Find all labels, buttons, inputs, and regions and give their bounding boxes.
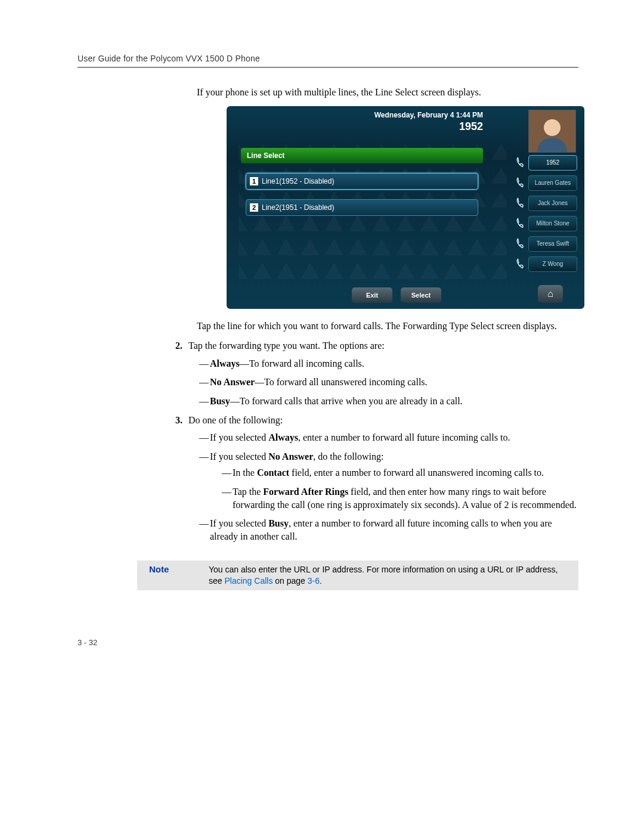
line-number-badge: 2 <box>250 203 258 212</box>
speed-dial-label: 1952 <box>546 159 559 166</box>
speed-dial-z-wong[interactable]: Z Wong <box>528 256 577 272</box>
home-button[interactable]: ⌂ <box>538 285 563 303</box>
exit-button[interactable]: Exit <box>352 287 392 303</box>
line-item-label: Line1(1952 - Disabled) <box>262 177 334 185</box>
step-3-options: If you selected Always, enter a number t… <box>188 431 578 543</box>
text-a: Tap the <box>233 487 263 497</box>
extension-label: 1952 <box>459 120 483 133</box>
step-2: Tap the forwarding type you want. The op… <box>185 339 578 407</box>
line-item-1[interactable]: 1 Line1(1952 - Disabled) <box>246 173 478 190</box>
option-always: Always—To forward all incoming calls. <box>199 357 578 370</box>
text-a: If you selected <box>210 432 268 442</box>
text-bold: Busy <box>268 518 289 528</box>
select-button[interactable]: Select <box>401 287 441 303</box>
handset-icon <box>515 197 526 208</box>
note-block: Note You can also enter the URL or IP ad… <box>137 561 578 590</box>
speed-dial-label: Jack Jones <box>538 200 568 206</box>
handset-icon <box>515 258 526 269</box>
text-a: In the <box>233 467 257 478</box>
phone-screenshot: Wednesday, February 4 1:44 PM 1952 Line … <box>227 106 584 309</box>
text-bold: No Answer <box>268 451 313 462</box>
no-answer-substeps: In the Contact field, enter a number to … <box>210 466 578 511</box>
option-no-answer: No Answer—To forward all unanswered inco… <box>199 376 578 389</box>
speed-dial-jack-jones[interactable]: Jack Jones <box>528 196 577 211</box>
note-label: Note <box>137 564 209 574</box>
note-part-b: on page <box>273 576 307 586</box>
line-item-label: Line2(1951 - Disabled) <box>262 203 334 212</box>
step-lead: Tap the forwarding type you want. The op… <box>188 340 385 351</box>
branch-busy: If you selected Busy, enter a number to … <box>199 517 578 543</box>
text-c: , enter a number to forward all future i… <box>298 432 510 442</box>
screen-title-bar: Line Select <box>241 148 483 163</box>
header-rule <box>78 67 578 68</box>
intro-paragraph: If your phone is set up with multiple li… <box>197 86 578 99</box>
page-number: 3 - 32 <box>78 638 578 647</box>
speed-dial-label: Teresa Swift <box>537 240 569 247</box>
datetime-label: Wednesday, February 4 1:44 PM <box>374 111 483 119</box>
page-ref-link[interactable]: 3-6 <box>308 576 320 586</box>
text-a: If you selected <box>210 518 268 528</box>
option-bold: No Answer <box>210 377 255 387</box>
option-busy: Busy—To forward calls that arrive when y… <box>199 395 578 408</box>
handset-icon <box>515 177 526 188</box>
substep-contact: In the Contact field, enter a number to … <box>222 466 578 479</box>
speed-dial-label: Milton Stone <box>536 220 569 227</box>
step-lead: Do one of the following: <box>188 415 283 425</box>
branch-always: If you selected Always, enter a number t… <box>199 431 578 444</box>
screen-title-text: Line Select <box>247 151 284 160</box>
button-label: Select <box>411 292 431 299</box>
note-part-c: . <box>320 576 322 586</box>
avatar-photo <box>528 110 576 153</box>
page-header: User Guide for the Polycom VVX 1500 D Ph… <box>78 54 578 63</box>
speed-dial-label: Z Wong <box>543 261 564 267</box>
step-2-options: Always—To forward all incoming calls. No… <box>188 357 578 408</box>
option-text: —To forward all unanswered incoming call… <box>255 377 427 387</box>
note-text: You can also enter the URL or IP address… <box>209 564 578 587</box>
step-3: Do one of the following: If you selected… <box>185 414 578 543</box>
after-screenshot-paragraph: Tap the line for which you want to forwa… <box>197 320 578 333</box>
line-number-badge: 1 <box>250 177 258 185</box>
text-c: , do the following: <box>313 451 383 462</box>
option-text: —To forward all incoming calls. <box>240 358 364 368</box>
branch-no-answer: If you selected No Answer, do the follow… <box>199 450 578 511</box>
option-bold: Busy <box>210 396 230 406</box>
handset-icon <box>515 157 526 168</box>
line-item-2[interactable]: 2 Line2(1951 - Disabled) <box>246 199 478 216</box>
handset-icon <box>515 218 526 228</box>
text-bold: Forward After Rings <box>263 487 348 497</box>
home-icon: ⌂ <box>547 289 553 299</box>
handset-icon <box>515 238 526 249</box>
speed-dial-1952[interactable]: 1952 <box>528 155 577 171</box>
speed-dial-lauren-gates[interactable]: Lauren Gates <box>528 175 577 191</box>
speed-dial-label: Lauren Gates <box>535 179 571 186</box>
numbered-steps: Tap the forwarding type you want. The op… <box>185 339 578 543</box>
option-text: —To forward calls that arrive when you a… <box>230 396 463 406</box>
text-a: If you selected <box>210 451 268 462</box>
speed-dial-milton-stone[interactable]: Milton Stone <box>528 216 577 231</box>
text-bold: Contact <box>257 467 289 478</box>
button-label: Exit <box>366 292 378 299</box>
text-bold: Always <box>268 432 298 442</box>
speed-dial-teresa-swift[interactable]: Teresa Swift <box>528 236 577 252</box>
substep-rings: Tap the Forward After Rings field, and t… <box>222 485 578 511</box>
option-bold: Always <box>210 358 240 368</box>
text-c: field, enter a number to forward all una… <box>289 467 544 478</box>
placing-calls-link[interactable]: Placing Calls <box>224 576 273 586</box>
